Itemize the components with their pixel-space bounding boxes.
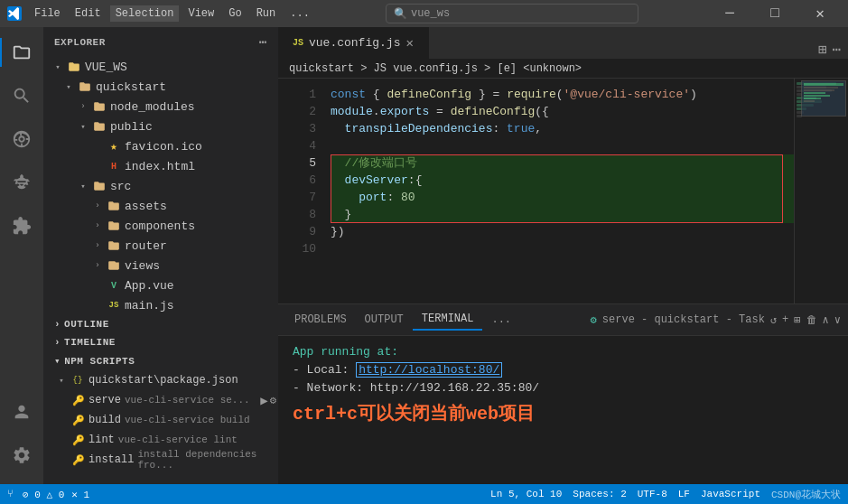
search-placeholder: vue_ws bbox=[411, 7, 450, 20]
timeline-section-left: › TIMELINE bbox=[54, 337, 116, 348]
menu-view[interactable]: View bbox=[182, 5, 219, 22]
activity-account[interactable] bbox=[0, 390, 43, 434]
tree-main-js[interactable]: JS main.js bbox=[43, 295, 278, 315]
ln-10: 10 bbox=[278, 240, 316, 257]
menu-edit[interactable]: Edit bbox=[70, 5, 107, 22]
terminal-split-icon[interactable]: ⊞ bbox=[794, 313, 800, 327]
views-label: views bbox=[125, 259, 160, 273]
status-feedback: CSDN@花城大状 bbox=[771, 488, 841, 501]
tree-package-json[interactable]: ▾ {} quickstart\package.json bbox=[43, 370, 278, 390]
minimap-preview bbox=[801, 80, 846, 117]
minimize-button[interactable]: ─ bbox=[709, 0, 750, 27]
npm-serve-item[interactable]: 🔑 serve vue-cli-service se... ▶ ⚙ bbox=[43, 390, 278, 410]
public-folder-icon bbox=[92, 119, 107, 134]
tree-src[interactable]: ▾ src bbox=[43, 176, 278, 196]
tree-node-modules[interactable]: › node_modules bbox=[43, 97, 278, 117]
tree-components[interactable]: › components bbox=[43, 216, 278, 236]
tab-terminal-more[interactable]: ... bbox=[482, 310, 520, 330]
status-eol[interactable]: LF bbox=[678, 489, 690, 499]
activity-git[interactable] bbox=[0, 117, 43, 161]
term-tip-cn: ctrl+c可以关闭当前web项目 bbox=[293, 401, 834, 425]
menu-selection[interactable]: Selection bbox=[110, 5, 180, 22]
term-local-url[interactable]: http://localhost:80/ bbox=[356, 362, 502, 378]
npm-lint-item[interactable]: 🔑 lint vue-cli-service lint bbox=[43, 430, 278, 450]
npm-scripts-section[interactable]: ▾ NPM SCRIPTS bbox=[43, 351, 278, 370]
menu-run[interactable]: Run bbox=[251, 5, 282, 22]
terminal-add-icon[interactable]: + bbox=[782, 313, 788, 326]
terminal-chevron-up-icon[interactable]: ∧ bbox=[823, 313, 829, 327]
terminal-content[interactable]: App running at: - Local: http://localhos… bbox=[278, 336, 848, 484]
tree-assets[interactable]: › assets bbox=[43, 196, 278, 216]
status-errors[interactable]: ⊘ 0 △ 0 bbox=[23, 489, 64, 500]
tree-public[interactable]: ▾ public bbox=[43, 117, 278, 136]
node-modules-arrow: › bbox=[76, 99, 90, 114]
term-app-running: App running at: bbox=[293, 343, 834, 361]
activity-bar-bottom bbox=[0, 390, 43, 484]
npm-serve-debug-icon[interactable]: ⚙ bbox=[270, 394, 276, 407]
tab-terminal[interactable]: TERMINAL bbox=[413, 309, 483, 331]
tab-vue-config[interactable]: JS vue.config.js ✕ bbox=[278, 27, 429, 59]
npm-install-item[interactable]: 🔑 install install dependencies fro... bbox=[43, 450, 278, 470]
maximize-button[interactable]: □ bbox=[754, 0, 796, 27]
code-editor[interactable]: 1 2 3 4 5 6 7 8 9 10 const { defineConfi… bbox=[278, 79, 848, 303]
root-label: VUE_WS bbox=[85, 61, 127, 74]
terminal-trash-icon[interactable]: 🗑 bbox=[806, 313, 817, 327]
status-encoding[interactable]: UTF-8 bbox=[638, 489, 667, 499]
ln-5: 5 bbox=[278, 154, 316, 172]
tree-favicon[interactable]: ★ favicon.ico bbox=[43, 136, 278, 156]
index-html-arrow bbox=[90, 159, 105, 173]
terminal-area: PROBLEMS OUTPUT TERMINAL ... ⚙ serve - q… bbox=[278, 303, 848, 484]
editor-more-icon[interactable]: ⋯ bbox=[832, 41, 841, 59]
menu-file[interactable]: File bbox=[29, 5, 66, 22]
status-spaces[interactable]: Spaces: 2 bbox=[573, 489, 626, 499]
status-ln[interactable]: Ln 5, Col 10 bbox=[490, 489, 562, 499]
npm-arrow: ▾ bbox=[54, 355, 61, 367]
npm-build-item[interactable]: 🔑 build vue-cli-service build bbox=[43, 410, 278, 430]
npm-serve-name: serve bbox=[89, 394, 121, 406]
components-folder-icon bbox=[107, 219, 121, 233]
tree-app-vue[interactable]: V App.vue bbox=[43, 275, 278, 295]
sidebar: EXPLORER ⋯ ▾ VUE_WS ▾ quickstart bbox=[43, 27, 278, 484]
activity-files[interactable] bbox=[0, 31, 43, 74]
activity-debug[interactable] bbox=[0, 161, 43, 204]
tree-quickstart[interactable]: ▾ quickstart bbox=[43, 77, 278, 97]
tree-views[interactable]: › views bbox=[43, 256, 278, 275]
status-git[interactable]: ✕ 1 bbox=[71, 489, 89, 500]
status-bar-left: ⑂ ⊘ 0 △ 0 ✕ 1 bbox=[7, 489, 89, 500]
public-arrow: ▾ bbox=[76, 119, 90, 134]
terminal-restart-icon[interactable]: ↺ bbox=[770, 313, 777, 327]
menu-go[interactable]: Go bbox=[223, 5, 247, 22]
activity-search[interactable] bbox=[0, 74, 43, 117]
index-html-icon: H bbox=[107, 159, 121, 173]
npm-lint-cmd: vue-cli-service lint bbox=[118, 434, 238, 445]
editor-split-icon[interactable]: ⊞ bbox=[818, 41, 827, 59]
ln-7: 7 bbox=[278, 189, 316, 206]
router-label: router bbox=[125, 239, 167, 253]
tab-close-button[interactable]: ✕ bbox=[405, 35, 413, 51]
activity-extensions[interactable] bbox=[0, 204, 43, 247]
status-git-icon: ⑂ bbox=[7, 489, 14, 499]
tree-root-vuews[interactable]: ▾ VUE_WS bbox=[43, 57, 278, 77]
tree-index-html[interactable]: H index.html bbox=[43, 156, 278, 176]
terminal-chevron-down-icon[interactable]: ∨ bbox=[834, 313, 841, 327]
activity-settings[interactable] bbox=[0, 434, 43, 477]
code-line-3: transpileDependencies: true, bbox=[331, 120, 794, 137]
public-label: public bbox=[110, 120, 153, 134]
new-file-icon[interactable]: ⋯ bbox=[259, 34, 267, 50]
breadcrumb-text: quickstart > JS vue.config.js > [e] <unk… bbox=[289, 62, 582, 75]
favicon-label: favicon.ico bbox=[125, 140, 202, 154]
npm-build-cmd: vue-cli-service build bbox=[125, 415, 250, 425]
npm-serve-run-icon[interactable]: ▶ bbox=[260, 393, 267, 408]
outline-section[interactable]: › OUTLINE bbox=[43, 315, 278, 333]
menu-more[interactable]: ... bbox=[284, 5, 315, 22]
term-network-label: - Network: http://192.168.22.35:80/ bbox=[293, 381, 539, 395]
tab-problems[interactable]: PROBLEMS bbox=[285, 310, 356, 330]
tab-output[interactable]: OUTPUT bbox=[356, 310, 413, 330]
tree-router[interactable]: › router bbox=[43, 236, 278, 256]
close-button[interactable]: ✕ bbox=[799, 0, 841, 27]
search-bar[interactable]: 🔍 vue_ws bbox=[386, 4, 638, 23]
terminal-task-label: serve - quickstart - Task bbox=[602, 313, 765, 326]
npm-serve-key-icon: 🔑 bbox=[72, 395, 85, 406]
timeline-section[interactable]: › TIMELINE bbox=[43, 333, 278, 351]
status-lang[interactable]: JavaScript bbox=[701, 489, 760, 499]
